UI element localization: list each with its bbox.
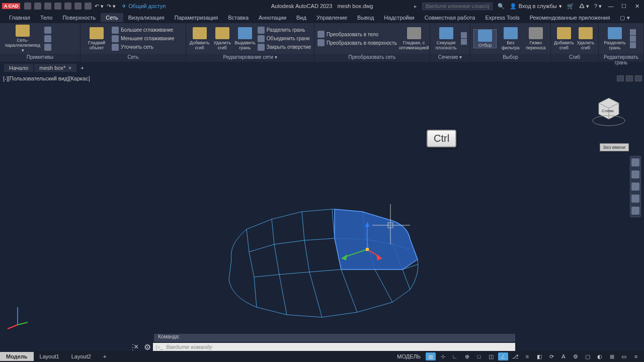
tab-solid[interactable]: Тело: [35, 13, 58, 22]
tab-insert[interactable]: Вставка: [223, 13, 254, 22]
osnap-icon[interactable]: □: [474, 352, 484, 360]
ucs-icon[interactable]: [5, 305, 30, 332]
refine-mesh-button[interactable]: Уточнить сеть: [112, 43, 174, 51]
aux-icon[interactable]: [461, 39, 467, 45]
isolate-icon[interactable]: ◐: [595, 352, 605, 360]
customization-icon[interactable]: ≡: [631, 352, 641, 360]
split-face-button[interactable]: Разделить грань: [258, 26, 311, 34]
tab-control-icon[interactable]: ▢ ▾: [615, 13, 634, 23]
tab-featured[interactable]: Рекомендованные приложения: [525, 13, 615, 22]
model-space-label[interactable]: МОДЕЛЬ: [397, 353, 421, 359]
annotation-icon[interactable]: A: [558, 352, 569, 360]
nav-wheel-icon[interactable]: [631, 158, 639, 166]
vp-minimize-button[interactable]: [617, 75, 624, 81]
nav-zoom-icon[interactable]: [631, 183, 639, 191]
share-button[interactable]: ✈ Общий доступ: [122, 3, 166, 10]
prim-aux2[interactable]: [44, 35, 51, 43]
nofilter-button[interactable]: Без фильтра: [499, 27, 522, 50]
layout-add-button[interactable]: +: [97, 352, 112, 361]
maximize-button[interactable]: ☐: [620, 2, 628, 10]
close-hole-button[interactable]: Закрыть отверстие: [258, 43, 311, 51]
aux-icon[interactable]: [461, 32, 467, 38]
layout-2[interactable]: Layout2: [65, 352, 97, 361]
cycling-icon[interactable]: ⟳: [546, 352, 556, 360]
tab-view[interactable]: Вид: [291, 13, 311, 22]
plot-icon[interactable]: [74, 3, 82, 10]
monitor-icon[interactable]: ▢: [583, 352, 593, 360]
tab-visualize[interactable]: Визуализация: [123, 13, 170, 22]
crease-add-button[interactable]: Добавить сгиб: [554, 27, 574, 50]
redo-icon[interactable]: ↷ ▾: [107, 3, 116, 10]
workspace-icon[interactable]: ⚙: [571, 352, 581, 360]
help-icon[interactable]: ? ▾: [594, 3, 602, 10]
hardware-icon[interactable]: ⊞: [607, 352, 617, 360]
mesh-box-button[interactable]: Сеть-параллелепипед▾: [3, 25, 42, 53]
close-button[interactable]: ✕: [633, 2, 641, 10]
tab-output[interactable]: Вывод: [352, 13, 379, 22]
nav-orbit-icon[interactable]: [631, 195, 639, 203]
tab-parametric[interactable]: Параметризация: [170, 13, 223, 22]
smooth-more-button[interactable]: Большее сглаживание: [112, 26, 174, 34]
nav-showmotion-icon[interactable]: [631, 207, 639, 215]
clean-screen-icon[interactable]: ▭: [619, 352, 629, 360]
save-icon[interactable]: [44, 3, 51, 10]
otrack-icon[interactable]: ∠: [498, 352, 508, 360]
app-icon[interactable]: 🛆 ▾: [579, 3, 589, 10]
smooth-optimized-button[interactable]: Гладкая, с оптимизацией: [399, 27, 429, 50]
tab-annotate[interactable]: Аннотации: [254, 13, 291, 22]
vp-maximize-button[interactable]: [626, 75, 633, 81]
merge-face-button[interactable]: Объединить грани: [258, 35, 311, 43]
smooth-less-button[interactable]: Меньшее сглаживание: [112, 35, 174, 43]
viewcube-named[interactable]: Без имени: [600, 143, 629, 151]
print-icon[interactable]: [85, 3, 92, 10]
to-surface-button[interactable]: Преобразовать в поверхность: [317, 39, 397, 47]
cart-icon[interactable]: 🛒: [567, 3, 574, 10]
tab-start[interactable]: Начало: [4, 64, 33, 72]
section-plane-button[interactable]: Секущая плоскость: [433, 27, 459, 50]
del-crease-button[interactable]: Удалить сгиб: [212, 27, 232, 50]
to-solid-button[interactable]: Преобразовать в тело: [317, 30, 397, 38]
cmd-handle-icon[interactable]: ⋮: [129, 342, 134, 352]
user-icon[interactable]: 👤 Вход в службы ▾: [510, 3, 562, 10]
search-input[interactable]: [422, 3, 493, 10]
vp-close-button[interactable]: [635, 75, 642, 81]
open-icon[interactable]: [34, 3, 41, 10]
tab-addins[interactable]: Надстройки: [379, 13, 419, 22]
grid-icon[interactable]: ▦: [426, 352, 436, 360]
aux-icon[interactable]: [630, 42, 636, 48]
nav-pan-icon[interactable]: [631, 170, 639, 178]
new-icon[interactable]: [24, 3, 31, 10]
saveas-icon[interactable]: [54, 3, 61, 10]
tab-surface[interactable]: Поверхность: [57, 13, 101, 22]
cloud-icon[interactable]: [64, 3, 71, 10]
tab-home[interactable]: Главная: [4, 13, 35, 22]
close-tab-icon[interactable]: ×: [68, 65, 71, 71]
prim-aux3[interactable]: [44, 43, 51, 51]
ortho-icon[interactable]: ∟: [450, 352, 460, 360]
viewport[interactable]: [0, 73, 644, 337]
tab-collaborate[interactable]: Совместная работа: [420, 13, 480, 22]
tab-current[interactable]: mesh box*×: [34, 64, 76, 72]
dynamic-ucs-icon[interactable]: ⎇: [510, 352, 520, 360]
add-crease-button[interactable]: Добавить сгиб: [189, 27, 210, 50]
crease-del-button[interactable]: Удалить сгиб: [576, 27, 595, 50]
3dosnap-icon[interactable]: ◫: [486, 352, 496, 360]
cmd-close-icon[interactable]: ×: [134, 342, 141, 351]
new-tab-button[interactable]: +: [77, 64, 87, 72]
cmd-customize-icon[interactable]: ⚙: [144, 342, 151, 352]
viewcube[interactable]: Слева: [589, 90, 629, 131]
lineweight-icon[interactable]: ≡: [522, 352, 532, 360]
transparency-icon[interactable]: ◧: [534, 352, 544, 360]
split-face2-button[interactable]: Разделить грань: [602, 27, 628, 50]
tab-manage[interactable]: Управление: [311, 13, 352, 22]
aux-icon[interactable]: [630, 29, 636, 35]
snap-icon[interactable]: ⊹: [438, 352, 448, 360]
tab-express[interactable]: Express Tools: [480, 13, 524, 22]
undo-icon[interactable]: ↶ ▾: [95, 3, 104, 10]
aux-icon[interactable]: [630, 36, 636, 42]
gizmo-button[interactable]: Гизмо переноса: [524, 27, 547, 50]
prim-aux1[interactable]: [44, 26, 51, 34]
polar-icon[interactable]: ⊕: [462, 352, 472, 360]
viewport-label[interactable]: [-][Пользовательский вид][Каркас]: [3, 75, 90, 81]
layout-1[interactable]: Layout1: [34, 352, 65, 361]
